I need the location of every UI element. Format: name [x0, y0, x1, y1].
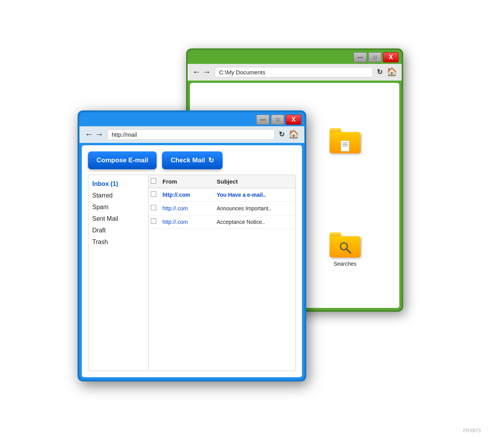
- mail-row-2-subject: Announces Important..: [217, 205, 293, 211]
- mail-titlebar: — ◻ X: [79, 112, 304, 126]
- mail-row-2-from: http://.com: [162, 205, 217, 211]
- file-home-button[interactable]: 🏠: [387, 67, 397, 77]
- mail-folder-starred[interactable]: Starred: [92, 191, 144, 200]
- check-mail-label: Check Mail: [171, 156, 205, 164]
- folder-plain-icon: [330, 128, 361, 153]
- svg-line-3: [347, 249, 350, 253]
- mail-folder-inbox[interactable]: Inbox (1): [92, 180, 144, 188]
- mail-folder-spam[interactable]: Spam: [92, 203, 144, 211]
- file-close-button[interactable]: X: [383, 52, 399, 62]
- compose-email-button[interactable]: Compose E-mail: [88, 151, 157, 169]
- mail-maximize-button[interactable]: ◻: [271, 115, 284, 125]
- scene: — ◻ X ← → C:\My Documents ↻ 🏠: [78, 48, 426, 397]
- file-forward-arrow[interactable]: →: [202, 67, 211, 77]
- mail-row-3-from: http://.com: [162, 219, 217, 225]
- file-nav-arrows: ← →: [192, 67, 211, 77]
- mail-folder-draft[interactable]: Draft: [92, 226, 144, 235]
- mail-row-1-from: http://.com: [162, 192, 217, 198]
- mail-checkbox-3[interactable]: [151, 218, 156, 224]
- file-back-arrow[interactable]: ←: [192, 67, 201, 77]
- mail-home-button[interactable]: 🏠: [288, 129, 299, 139]
- file-maximize-button[interactable]: ◻: [368, 52, 381, 62]
- mail-list: From Subject http://.com You Have a e-ma…: [148, 175, 295, 371]
- file-minimize-button[interactable]: —: [354, 52, 367, 62]
- file-address-bar[interactable]: C:\My Documents: [215, 67, 373, 77]
- mail-row-1-checkbox[interactable]: [151, 191, 162, 198]
- mail-header-from: From: [162, 178, 217, 185]
- mail-sidebar: Inbox (1) Starred Spam Sent Mail Draft T…: [88, 175, 148, 371]
- file-toolbar: ← → C:\My Documents ↻ 🏠: [188, 64, 402, 81]
- mail-row-3[interactable]: http://.com Acceptance Notice..: [148, 215, 295, 229]
- mail-body: Inbox (1) Starred Spam Sent Mail Draft T…: [88, 175, 296, 371]
- mail-row-2-checkbox[interactable]: [151, 205, 162, 212]
- mail-list-header: From Subject: [148, 175, 295, 188]
- mail-row-1[interactable]: http://.com You Have a e-mail..: [148, 188, 295, 202]
- mail-toolbar: ← → http://mail ↻ 🏠: [79, 126, 304, 143]
- folder-searches[interactable]: Searches: [330, 232, 361, 267]
- check-mail-refresh-icon: ↻: [208, 156, 214, 165]
- mail-content: Compose E-mail Check Mail ↻ Inbox (1) St…: [82, 145, 302, 377]
- mail-close-button[interactable]: X: [286, 115, 301, 125]
- mail-header-checkbox-col: [151, 178, 162, 185]
- mail-folder-sent[interactable]: Sent Mail: [92, 215, 144, 223]
- check-mail-button[interactable]: Check Mail ↻: [162, 151, 223, 169]
- mail-checkbox-1[interactable]: [151, 191, 156, 197]
- mail-nav-arrows: ← →: [85, 129, 104, 139]
- mail-browser-window: — ◻ X ← → http://mail ↻ 🏠 Compose E-mail: [78, 110, 306, 381]
- file-refresh-button[interactable]: ↻: [377, 68, 383, 76]
- mail-back-arrow[interactable]: ←: [85, 129, 93, 139]
- mail-forward-arrow[interactable]: →: [95, 129, 104, 139]
- file-titlebar: — ◻ X: [188, 50, 402, 64]
- mail-checkbox-2[interactable]: [151, 205, 156, 210]
- mail-row-3-subject: Acceptance Notice..: [217, 219, 293, 225]
- mail-select-all-checkbox[interactable]: [151, 178, 156, 184]
- folder-searches-icon: [330, 232, 361, 258]
- mail-refresh-button[interactable]: ↻: [279, 130, 285, 139]
- mail-address-bar[interactable]: http://mail: [107, 129, 275, 140]
- mail-minimize-button[interactable]: —: [256, 115, 269, 125]
- mail-row-1-subject: You Have a e-mail..: [217, 192, 293, 198]
- mail-row-3-checkbox[interactable]: [151, 218, 162, 225]
- mail-row-2[interactable]: http://.com Announces Important..: [148, 202, 295, 215]
- folder-plain[interactable]: [330, 128, 361, 153]
- mail-folder-trash[interactable]: Trash: [92, 238, 144, 246]
- mail-actions: Compose E-mail Check Mail ↻: [88, 151, 296, 169]
- mail-header-subject: Subject: [217, 178, 293, 185]
- folder-searches-label: Searches: [333, 261, 356, 267]
- watermark: FRXB73: [463, 428, 481, 433]
